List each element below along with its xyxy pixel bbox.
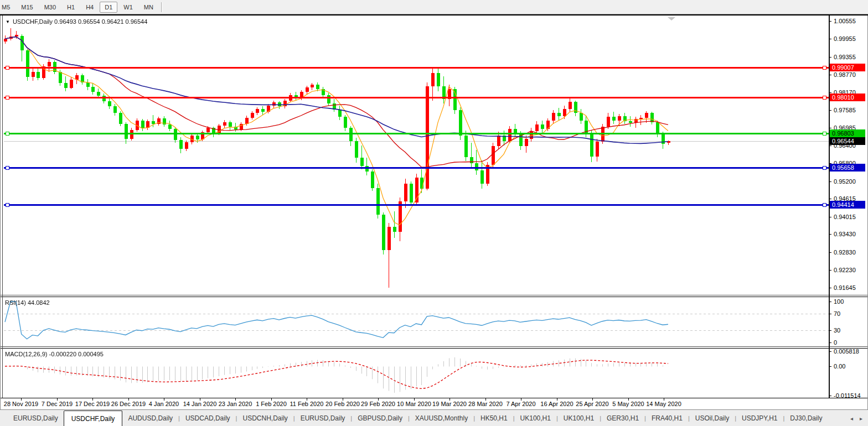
timeframe-button-m15[interactable]: M15 — [16, 2, 38, 13]
chart-symbol: USDCHF,Daily — [13, 18, 53, 25]
price-level-box: 0.94414 — [830, 201, 865, 209]
chart-shift-marker-icon[interactable] — [668, 17, 675, 20]
axis-tick-label: 0.005818 — [834, 348, 859, 355]
axis-tick-mark — [829, 128, 831, 128]
axis-tick-mark — [829, 351, 831, 352]
chart-tab-fra40-h1[interactable]: FRA40,H1 — [646, 410, 688, 426]
chart-tab-eurusd-daily[interactable]: EURUSD,Daily — [8, 410, 64, 426]
chart-tab-usdjpy-h1[interactable]: USDJPY,H1 — [736, 410, 783, 426]
macd-canvas[interactable] — [4, 349, 829, 398]
chart-tab-dj30-daily[interactable]: DJ30,Daily — [784, 410, 828, 426]
date-tick-label: 28 Nov 2019 — [4, 401, 38, 407]
price-level-box: 0.96544 — [830, 137, 865, 145]
price-level-box: 0.99007 — [830, 64, 865, 71]
rsi-indicator-label: RSI(14) 44.0842 — [5, 299, 50, 306]
chart-ohlc: 0.96493 0.96554 0.96421 0.96544 — [54, 18, 147, 25]
axis-tick-mark — [829, 181, 831, 182]
price-level-box: 0.96803 — [830, 129, 865, 137]
date-tick-label: 25 Apr 2020 — [576, 401, 608, 407]
chart-tab-usdcnh-daily[interactable]: USDCNH,Daily — [237, 410, 293, 426]
date-axis[interactable]: 28 Nov 20197 Dec 201917 Dec 201926 Dec 2… — [0, 398, 868, 409]
timeframe-button-h1[interactable]: H1 — [62, 2, 80, 13]
axis-tick-mark — [829, 217, 831, 217]
price-level-box: 0.98010 — [830, 93, 865, 101]
date-tick-label: 14 Jan 2020 — [183, 401, 217, 407]
chart-tab-eurusd-daily[interactable]: EURUSD,Daily — [295, 410, 351, 426]
chart-tab-uk100-h1[interactable]: UK100,H1 — [515, 410, 556, 426]
axis-tick-label: 0.95200 — [834, 178, 856, 185]
date-tick-label: 1 Feb 2020 — [256, 401, 287, 407]
timeframe-button-w1[interactable]: W1 — [118, 2, 138, 13]
axis-tick-label: 0.91645 — [834, 284, 856, 291]
date-tick-label: 17 Dec 2019 — [75, 401, 110, 407]
axis-tick-mark — [829, 199, 831, 199]
price-axis[interactable]: 1.005550.999550.993550.987700.981700.975… — [829, 15, 868, 409]
chart-tab-usoil-daily[interactable]: USOil,Daily — [690, 410, 735, 426]
axis-tick-label: 1.00555 — [834, 18, 856, 24]
axis-tick-label: 0.99955 — [834, 35, 856, 42]
collapse-triangle-icon[interactable]: ▼ — [6, 19, 10, 24]
tab-scroll-right-icon[interactable]: ▸ — [860, 415, 862, 422]
axis-tick-label: 0.93430 — [834, 231, 856, 237]
axis-tick-mark — [829, 396, 831, 396]
date-tick-label: 4 Jan 2020 — [149, 401, 179, 407]
toolbar-separator — [161, 2, 162, 12]
main-chart-canvas[interactable] — [4, 16, 829, 295]
date-tick-label: 19 Mar 2020 — [432, 401, 467, 407]
axis-tick-mark — [829, 302, 831, 302]
timeframe-button-m30[interactable]: M30 — [39, 2, 61, 13]
date-tick-label: 26 Dec 2019 — [111, 401, 146, 407]
chart-tab-bar: EURUSD,DailyUSDCHF,DailyAUDUSD,Daily|USD… — [0, 409, 868, 426]
date-tick-label: 7 Apr 2020 — [506, 401, 535, 407]
axis-tick-label: 0.92230 — [834, 267, 856, 273]
axis-tick-label: 100 — [834, 298, 844, 305]
axis-tick-label: 0.98770 — [834, 71, 856, 78]
window-edge — [0, 15, 1, 409]
chart-tab-audusd-daily[interactable]: AUDUSD,Daily — [122, 410, 178, 426]
price-level-box: 0.95658 — [830, 164, 865, 172]
date-tick-label: 20 Feb 2020 — [326, 401, 360, 407]
window-edge — [2, 15, 3, 398]
macd-indicator-label: MACD(12,26,9) -0.000220 0.000495 — [5, 351, 104, 357]
axis-tick-label: 0.99355 — [834, 54, 856, 60]
date-tick-label: 10 Mar 2020 — [397, 401, 431, 407]
axis-tick-mark — [829, 110, 831, 111]
axis-tick-mark — [829, 57, 831, 58]
chart-title: ▼USDCHF,Daily 0.96493 0.96554 0.96421 0.… — [6, 18, 147, 25]
axis-tick-mark — [829, 92, 831, 93]
date-tick-label: 11 Feb 2020 — [290, 401, 324, 407]
axis-tick-label: 70 — [834, 310, 840, 317]
axis-tick-label: 0 — [834, 339, 837, 346]
date-tick-label: 29 Feb 2020 — [361, 401, 395, 407]
rsi-canvas[interactable] — [4, 297, 829, 346]
date-tick-label: 23 Jan 2020 — [219, 401, 252, 407]
timeframe-toolbar: M5M15M30H1H4D1W1MN — [0, 0, 868, 14]
axis-tick-mark — [829, 21, 831, 22]
chart-tab-hk50-h1[interactable]: HK50,H1 — [475, 410, 513, 426]
timeframe-button-h4[interactable]: H4 — [81, 2, 99, 13]
date-tick-label: 16 Apr 2020 — [540, 401, 573, 407]
axis-tick-mark — [829, 39, 831, 39]
chart-tab-xauusd-monthly[interactable]: XAUUSD,Monthly — [410, 410, 473, 426]
chart-tab-usdcad-daily[interactable]: USDCAD,Daily — [180, 410, 236, 426]
axis-tick-mark — [829, 314, 831, 314]
tab-scroll-left-icon[interactable]: ◂ — [850, 415, 853, 422]
date-tick-label: 14 May 2020 — [646, 401, 681, 407]
date-tick-label: 28 Mar 2020 — [468, 401, 503, 407]
timeframe-button-mn[interactable]: MN — [139, 2, 158, 13]
timeframe-button-d1[interactable]: D1 — [100, 2, 117, 13]
axis-tick-label: 0.94015 — [834, 214, 856, 220]
chart-tab-gbpusd-daily[interactable]: GBPUSD,Daily — [352, 410, 408, 426]
chart-tab-uk100-h1[interactable]: UK100,H1 — [558, 410, 600, 426]
timeframe-button-m5[interactable]: M5 — [0, 2, 15, 13]
axis-tick-label: 0.00 — [834, 363, 845, 370]
axis-tick-mark — [829, 270, 831, 271]
chart-tab-usdchf-daily[interactable]: USDCHF,Daily — [64, 411, 123, 426]
axis-tick-mark — [829, 75, 831, 75]
axis-tick-mark — [829, 330, 831, 331]
tab-scroll-controls: ◂ ▸ — [850, 410, 862, 426]
chart-window: ▼USDCHF,Daily 0.96493 0.96554 0.96421 0.… — [0, 14, 868, 409]
axis-tick-mark — [829, 342, 831, 343]
axis-tick-label: 0.92830 — [834, 249, 856, 256]
chart-tab-ger30-h1[interactable]: GER30,H1 — [601, 410, 644, 426]
